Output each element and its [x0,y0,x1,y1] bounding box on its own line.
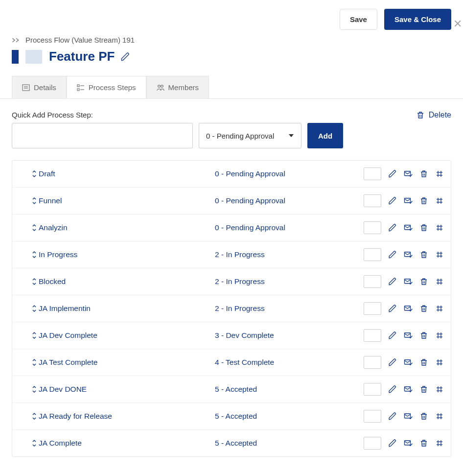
trash-icon[interactable] [419,169,428,178]
trash-icon[interactable] [419,358,428,367]
table-row: JA Implementin 2 - In Progress [12,295,451,322]
wip-limit-input[interactable] [364,275,381,288]
edit-icon[interactable] [388,169,397,178]
grid-icon[interactable] [435,412,444,421]
mail-check-icon[interactable] [404,439,413,448]
trash-icon[interactable] [419,439,428,448]
drag-handle-icon[interactable] [19,278,39,286]
wip-limit-input[interactable] [364,221,381,234]
trash-icon[interactable] [419,277,428,286]
mail-check-icon[interactable] [404,223,413,232]
steps-icon [77,84,85,92]
drag-handle-icon[interactable] [19,224,39,232]
step-name[interactable]: Draft [39,169,215,178]
wip-limit-input[interactable] [364,410,381,423]
drag-handle-icon[interactable] [19,412,39,420]
wip-limit-input[interactable] [364,167,381,180]
save-button[interactable]: Save [340,9,377,30]
step-name[interactable]: JA Implementin [39,304,215,313]
table-row: JA Complete 5 - Accepted [12,430,451,456]
drag-handle-icon[interactable] [19,251,39,259]
table-row: Funnel 0 - Pending Approval [12,188,451,214]
grid-icon[interactable] [435,196,444,205]
add-button[interactable]: Add [307,123,343,148]
grid-icon[interactable] [435,439,444,448]
edit-icon[interactable] [388,250,397,259]
wip-limit-input[interactable] [364,329,381,342]
trash-icon[interactable] [419,412,428,421]
grid-icon[interactable] [435,331,444,340]
wip-limit-input[interactable] [364,356,381,369]
edit-icon[interactable] [388,385,397,394]
drag-handle-icon[interactable] [19,197,39,205]
step-name[interactable]: JA Complete [39,439,215,448]
step-name[interactable]: Analyzin [39,223,215,232]
wip-limit-input[interactable] [364,302,381,315]
wip-limit-input[interactable] [364,437,381,450]
edit-icon[interactable] [388,358,397,367]
wip-limit-input[interactable] [364,194,381,207]
edit-icon[interactable] [388,439,397,448]
trash-icon[interactable] [419,331,428,340]
grid-icon[interactable] [435,304,444,313]
edit-icon[interactable] [388,223,397,232]
svg-marker-9 [289,134,294,137]
delete-button[interactable]: Delete [416,111,451,119]
grid-icon[interactable] [435,358,444,367]
step-name[interactable]: JA Dev DONE [39,385,215,394]
step-name[interactable]: Funnel [39,196,215,205]
drag-handle-icon[interactable] [19,305,39,312]
trash-icon[interactable] [419,196,428,205]
mail-check-icon[interactable] [404,412,413,421]
mail-check-icon[interactable] [404,304,413,313]
edit-icon[interactable] [388,277,397,286]
mail-check-icon[interactable] [404,358,413,367]
mail-check-icon[interactable] [404,196,413,205]
step-status: 0 - Pending Approval [215,196,364,205]
edit-icon[interactable] [388,331,397,340]
mail-check-icon[interactable] [404,250,413,259]
quick-add-status-select[interactable]: 0 - Pending Approval [199,123,301,148]
drag-handle-icon[interactable] [19,170,39,178]
svg-point-7 [158,85,160,87]
edit-icon[interactable] [388,412,397,421]
svg-rect-4 [77,89,79,91]
tab-process-steps[interactable]: Process Steps [67,76,146,98]
save-close-button[interactable]: Save & Close [384,9,451,30]
drag-handle-icon[interactable] [19,385,39,393]
grid-icon[interactable] [435,223,444,232]
trash-icon[interactable] [419,385,428,394]
edit-icon[interactable] [388,304,397,313]
wip-limit-input[interactable] [364,383,381,396]
grid-icon[interactable] [435,385,444,394]
mail-check-icon[interactable] [404,169,413,178]
step-name[interactable]: Blocked [39,277,215,286]
quick-add-input[interactable] [12,123,193,148]
edit-title-icon[interactable] [120,52,130,62]
drag-handle-icon[interactable] [19,439,39,447]
tab-members[interactable]: Members [146,76,209,98]
grid-icon[interactable] [435,277,444,286]
grid-icon[interactable] [435,169,444,178]
wip-limit-input[interactable] [364,248,381,261]
step-name[interactable]: JA Ready for Release [39,412,215,421]
tab-details[interactable]: Details [12,76,67,98]
drag-handle-icon[interactable] [19,358,39,366]
drag-handle-icon[interactable] [19,332,39,339]
edit-icon[interactable] [388,196,397,205]
mail-check-icon[interactable] [404,385,413,394]
step-name[interactable]: JA Test Complete [39,358,215,367]
mail-check-icon[interactable] [404,277,413,286]
trash-icon[interactable] [419,304,428,313]
step-name[interactable]: JA Dev Complete [39,331,215,340]
step-name[interactable]: In Progress [39,250,215,259]
step-status: 2 - In Progress [215,304,364,313]
close-icon[interactable]: ✕ [453,18,462,30]
mail-check-icon[interactable] [404,331,413,340]
tabs: Details Process Steps Members [0,76,463,99]
trash-icon[interactable] [419,223,428,232]
grid-icon[interactable] [435,250,444,259]
trash-icon[interactable] [419,250,428,259]
table-row: Blocked 2 - In Progress [12,268,451,295]
tab-members-label: Members [168,83,199,92]
